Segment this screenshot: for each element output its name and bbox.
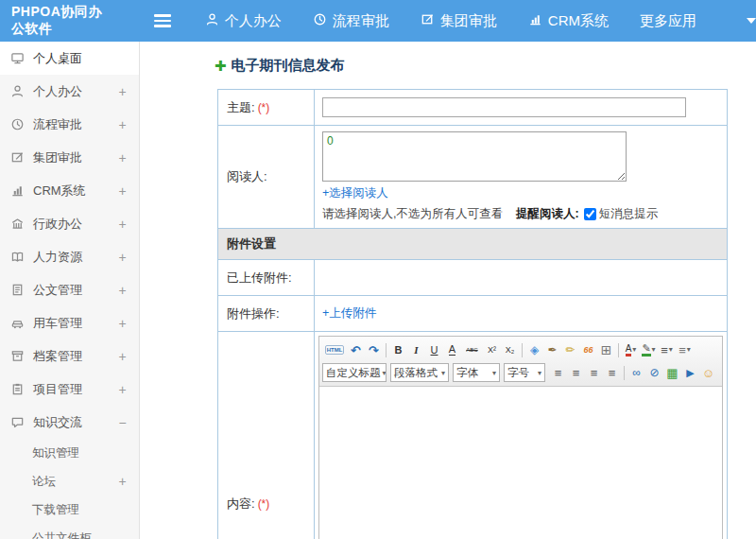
ordered-list-icon[interactable] [676,341,694,359]
subject-input[interactable] [322,97,686,117]
superscript-icon[interactable] [483,341,501,359]
uploaded-label: 已上传附件: [227,270,292,285]
format-brush-icon[interactable] [543,341,561,359]
html-source-icon[interactable] [322,341,347,359]
font-size-select[interactable]: 字号▾ [504,363,545,382]
sidebar-item-group-approval[interactable]: 集团审批 + [0,141,139,174]
caret-down-icon[interactable] [747,18,756,24]
app-logo[interactable]: PHPOA协同办公软件 [0,4,124,38]
chevron-down-icon: ▾ [492,369,496,377]
expand-toggle[interactable]: + [117,382,128,397]
redo-icon[interactable] [365,341,383,359]
chart-icon [528,12,542,29]
sidebar-item-projects[interactable]: 项目管理 + [0,373,139,406]
nav-item-more-apps[interactable]: 更多应用 [640,12,696,30]
attachment-ops-label-cell: 附件操作: [218,296,315,332]
edit-icon [421,12,435,29]
bold-icon[interactable] [389,341,407,359]
required-mark: (*) [258,101,270,114]
rich-text-editor: 自定义标题▾ 段落格式▾ 字体▾ 字号▾ [318,336,723,539]
align-center-icon[interactable] [567,364,585,382]
expand-toggle[interactable]: + [117,150,128,165]
sidebar-item-workflow-approval[interactable]: 流程审批 + [0,108,139,141]
expand-toggle[interactable]: + [117,283,128,298]
sidebar-item-hr[interactable]: 人力资源 + [0,240,139,273]
editor-content-area[interactable] [319,387,722,539]
sidebar-subitem-knowledge-mgmt[interactable]: 知识管理 [0,439,139,467]
paragraph-format-select[interactable]: 段落格式▾ [390,363,449,382]
table-icon[interactable] [597,341,615,359]
expand-toggle[interactable]: + [117,117,128,132]
nav-item-group-approval[interactable]: 集团审批 [421,12,497,30]
nav-item-crm[interactable]: CRM系统 [528,12,609,30]
strikethrough-icon[interactable] [461,341,483,359]
sms-checkbox[interactable] [584,208,596,220]
collapse-toggle[interactable]: − [117,415,128,430]
readers-textarea[interactable]: 0 [322,131,627,182]
link-icon[interactable] [627,364,645,382]
unordered-list-icon[interactable] [658,341,676,359]
topbar: PHPOA协同办公软件 个人办公 流程审批 集团审批 CRM系统 更多应用 [0,0,756,42]
sidebar-subitem-download[interactable]: 下载管理 [0,496,139,524]
nav-label: CRM系统 [548,12,609,30]
heading-select[interactable]: 自定义标题▾ [322,363,387,382]
blockquote-icon[interactable] [579,341,597,359]
italic-icon[interactable] [407,341,425,359]
expand-toggle[interactable]: + [117,474,128,489]
attachment-ops-row: 附件操作: +上传附件 [218,296,728,332]
subscript-icon[interactable] [501,341,519,359]
sidebar-subitem-public-cabinet[interactable]: 公共文件柜 [0,524,139,539]
expand-toggle[interactable]: + [117,316,128,331]
paragraph-format-select-label: 段落格式 [394,366,438,380]
sidebar-item-vehicle[interactable]: 用车管理 + [0,306,139,339]
expand-toggle[interactable]: + [117,217,128,232]
clock-icon [313,12,327,29]
select-readers-link[interactable]: +选择阅读人 [322,185,388,201]
underline-icon[interactable] [425,341,443,359]
book-icon [10,250,25,264]
attachment-section-row: 附件设置 [218,229,728,260]
subject-label-cell: 主题:(*) [218,90,315,126]
font-family-select[interactable]: 字体▾ [453,363,500,382]
upload-attachment-link[interactable]: +上传附件 [322,305,376,322]
toolbar-divider [618,343,619,357]
align-left-icon[interactable] [549,364,567,382]
media-icon[interactable] [681,364,699,382]
subject-value-cell [315,90,728,126]
sidebar-subitem-forum[interactable]: 论坛 + [0,467,139,496]
user-icon [10,84,25,98]
readers-row: 阅读人: 0 +选择阅读人 请选择阅读人,不选为所有人可查看 提醒阅读人: 短消… [218,126,728,229]
expand-toggle[interactable]: + [117,250,128,265]
font-style-a-icon[interactable] [443,341,461,359]
align-right-icon[interactable] [585,364,603,382]
sidebar-item-label: 流程审批 [33,116,117,133]
nav-item-workflow-approval[interactable]: 流程审批 [313,12,389,30]
highlight-pen-icon[interactable] [561,341,579,359]
nav-item-personal-office[interactable]: 个人办公 [205,12,282,30]
sidebar-item-personal-office[interactable]: 个人办公 + [0,75,139,108]
eraser-icon[interactable] [525,341,543,359]
uploaded-value-cell [315,260,728,296]
font-color-icon[interactable] [622,341,640,359]
sidebar-item-personal-desktop[interactable]: 个人桌面 [0,42,139,75]
emoticon-icon[interactable] [699,364,717,382]
sidebar-item-crm[interactable]: CRM系统 + [0,174,139,207]
car-icon [10,316,25,330]
expand-toggle[interactable]: + [117,84,128,99]
desktop-icon [10,51,25,65]
expand-toggle[interactable]: + [117,349,128,364]
sidebar-item-admin-office[interactable]: 行政办公 + [0,207,139,240]
sidebar-item-official-docs[interactable]: 公文管理 + [0,273,139,306]
align-justify-icon[interactable] [603,364,621,382]
unlink-icon[interactable] [645,364,663,382]
pen-color-icon[interactable] [640,341,658,359]
sidebar-item-knowledge[interactable]: 知识交流 − [0,406,139,439]
readers-value-cell: 0 +选择阅读人 请选择阅读人,不选为所有人可查看 提醒阅读人: 短消息提示 [315,126,728,229]
image-icon[interactable] [663,364,681,382]
sidebar-item-label: 个人办公 [33,83,117,100]
undo-icon[interactable] [347,341,365,359]
expand-toggle[interactable]: + [117,183,128,199]
attachment-ops-label: 附件操作: [227,306,280,321]
sidebar-item-archives[interactable]: 档案管理 + [0,339,139,373]
hamburger-icon[interactable] [154,14,171,27]
